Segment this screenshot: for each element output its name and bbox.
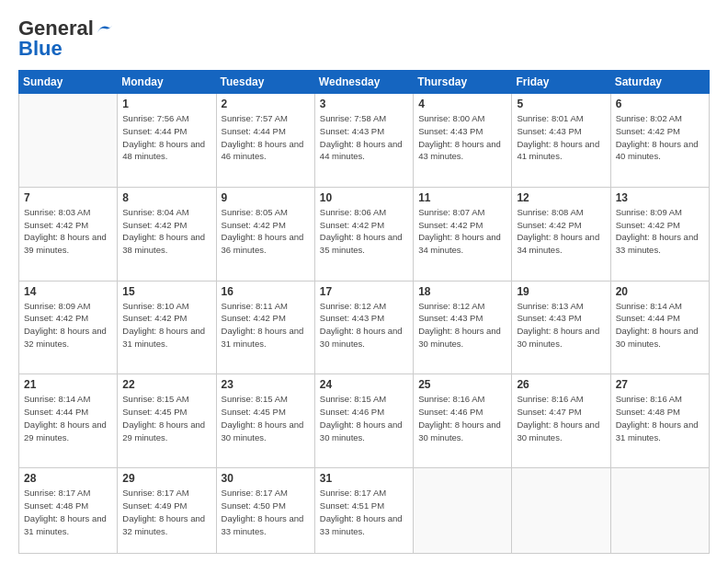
day-number: 1 [122,98,210,110]
day-info: Sunrise: 8:10 AMSunset: 4:42 PMDaylight:… [122,300,210,350]
day-number: 27 [616,378,704,391]
calendar-cell: 27Sunrise: 8:16 AMSunset: 4:48 PMDayligh… [610,374,709,468]
day-info: Sunrise: 8:14 AMSunset: 4:44 PMDaylight:… [616,300,704,350]
calendar-cell: 8Sunrise: 8:04 AMSunset: 4:42 PMDaylight… [118,187,216,281]
day-number: 14 [24,285,112,298]
calendar-cell: 24Sunrise: 8:15 AMSunset: 4:46 PMDayligh… [314,374,413,468]
calendar-cell: 29Sunrise: 8:17 AMSunset: 4:49 PMDayligh… [118,468,216,554]
calendar-cell [414,468,512,554]
day-number: 13 [616,191,704,204]
day-info: Sunrise: 8:02 AMSunset: 4:42 PMDaylight:… [616,112,704,163]
calendar-cell: 14Sunrise: 8:09 AMSunset: 4:42 PMDayligh… [19,281,118,374]
day-number: 20 [616,285,704,298]
weekday-monday: Monday [118,71,216,94]
calendar-cell: 23Sunrise: 8:15 AMSunset: 4:45 PMDayligh… [216,374,314,468]
weekday-sunday: Sunday [19,71,118,94]
day-number: 2 [222,98,310,110]
day-number: 28 [24,472,112,485]
calendar-cell: 9Sunrise: 8:05 AMSunset: 4:42 PMDaylight… [216,187,314,281]
calendar-cell: 2Sunrise: 7:57 AMSunset: 4:44 PMDaylight… [216,94,314,188]
day-info: Sunrise: 8:01 AMSunset: 4:43 PMDaylight:… [517,112,605,163]
calendar-cell: 17Sunrise: 8:12 AMSunset: 4:43 PMDayligh… [314,281,413,374]
day-info: Sunrise: 8:14 AMSunset: 4:44 PMDaylight:… [24,393,112,443]
calendar-cell: 30Sunrise: 8:17 AMSunset: 4:50 PMDayligh… [216,468,314,554]
day-number: 31 [320,472,408,485]
day-info: Sunrise: 8:12 AMSunset: 4:43 PMDaylight:… [418,300,506,350]
calendar-cell [610,468,709,554]
calendar-cell: 25Sunrise: 8:16 AMSunset: 4:46 PMDayligh… [414,374,512,468]
calendar-table: SundayMondayTuesdayWednesdayThursdayFrid… [18,70,710,554]
day-number: 30 [222,472,310,485]
day-info: Sunrise: 8:13 AMSunset: 4:43 PMDaylight:… [517,300,605,350]
calendar-cell [512,468,610,554]
calendar-cell: 20Sunrise: 8:14 AMSunset: 4:44 PMDayligh… [610,281,709,374]
day-number: 6 [616,98,704,110]
day-number: 24 [320,378,408,391]
day-number: 15 [122,285,210,298]
day-info: Sunrise: 8:08 AMSunset: 4:42 PMDaylight:… [517,206,605,257]
calendar-cell: 1Sunrise: 7:56 AMSunset: 4:44 PMDaylight… [118,94,216,188]
day-number: 12 [517,191,605,204]
day-number: 22 [122,378,210,391]
day-number: 7 [24,191,112,204]
calendar-cell: 31Sunrise: 8:17 AMSunset: 4:51 PMDayligh… [314,468,413,554]
day-number: 3 [320,98,408,110]
week-row-1: 1Sunrise: 7:56 AMSunset: 4:44 PMDaylight… [19,94,710,188]
day-number: 19 [517,285,605,298]
day-info: Sunrise: 8:03 AMSunset: 4:42 PMDaylight:… [24,206,112,257]
day-number: 18 [418,285,506,298]
day-number: 16 [222,285,310,298]
calendar-cell: 22Sunrise: 8:15 AMSunset: 4:45 PMDayligh… [118,374,216,468]
day-info: Sunrise: 8:06 AMSunset: 4:42 PMDaylight:… [320,206,408,257]
day-info: Sunrise: 8:05 AMSunset: 4:42 PMDaylight:… [222,206,310,257]
calendar-cell: 21Sunrise: 8:14 AMSunset: 4:44 PMDayligh… [19,374,118,468]
day-info: Sunrise: 8:16 AMSunset: 4:46 PMDaylight:… [418,393,506,443]
weekday-tuesday: Tuesday [216,71,314,94]
calendar-cell: 4Sunrise: 8:00 AMSunset: 4:43 PMDaylight… [414,94,512,188]
weekday-header-row: SundayMondayTuesdayWednesdayThursdayFrid… [19,71,710,94]
week-row-2: 7Sunrise: 8:03 AMSunset: 4:42 PMDaylight… [19,187,710,281]
day-info: Sunrise: 8:09 AMSunset: 4:42 PMDaylight:… [616,206,704,257]
day-number: 4 [418,98,506,110]
day-number: 9 [222,191,310,204]
calendar-cell: 19Sunrise: 8:13 AMSunset: 4:43 PMDayligh… [512,281,610,374]
calendar-cell: 26Sunrise: 8:16 AMSunset: 4:47 PMDayligh… [512,374,610,468]
day-info: Sunrise: 8:17 AMSunset: 4:51 PMDaylight:… [320,487,408,537]
calendar-cell: 15Sunrise: 8:10 AMSunset: 4:42 PMDayligh… [118,281,216,374]
day-number: 29 [122,472,210,485]
day-info: Sunrise: 8:17 AMSunset: 4:50 PMDaylight:… [222,487,310,537]
calendar-cell: 13Sunrise: 8:09 AMSunset: 4:42 PMDayligh… [610,187,709,281]
day-info: Sunrise: 8:17 AMSunset: 4:49 PMDaylight:… [122,487,210,537]
calendar-cell: 3Sunrise: 7:58 AMSunset: 4:43 PMDaylight… [314,94,413,188]
day-number: 17 [320,285,408,298]
day-info: Sunrise: 8:15 AMSunset: 4:45 PMDaylight:… [222,393,310,443]
day-number: 10 [320,191,408,204]
calendar-cell: 11Sunrise: 8:07 AMSunset: 4:42 PMDayligh… [414,187,512,281]
day-number: 26 [517,378,605,391]
logo: General Blue [18,17,112,61]
day-info: Sunrise: 8:16 AMSunset: 4:48 PMDaylight:… [616,393,704,443]
day-number: 25 [418,378,506,391]
day-info: Sunrise: 8:17 AMSunset: 4:48 PMDaylight:… [24,487,112,537]
weekday-friday: Friday [512,71,610,94]
day-info: Sunrise: 8:09 AMSunset: 4:42 PMDaylight:… [24,300,112,350]
week-row-5: 28Sunrise: 8:17 AMSunset: 4:48 PMDayligh… [19,468,710,554]
calendar-cell: 12Sunrise: 8:08 AMSunset: 4:42 PMDayligh… [512,187,610,281]
logo-bird-icon [96,22,112,35]
day-info: Sunrise: 8:15 AMSunset: 4:46 PMDaylight:… [320,393,408,443]
logo-blue: Blue [18,37,63,61]
calendar-cell: 10Sunrise: 8:06 AMSunset: 4:42 PMDayligh… [314,187,413,281]
weekday-saturday: Saturday [610,71,709,94]
day-info: Sunrise: 8:15 AMSunset: 4:45 PMDaylight:… [122,393,210,443]
calendar-cell: 28Sunrise: 8:17 AMSunset: 4:48 PMDayligh… [19,468,118,554]
calendar-cell: 16Sunrise: 8:11 AMSunset: 4:42 PMDayligh… [216,281,314,374]
day-info: Sunrise: 8:16 AMSunset: 4:47 PMDaylight:… [517,393,605,443]
week-row-4: 21Sunrise: 8:14 AMSunset: 4:44 PMDayligh… [19,374,710,468]
day-info: Sunrise: 8:11 AMSunset: 4:42 PMDaylight:… [222,300,310,350]
page: General Blue SundayMondayTuesdayWednesda… [0,0,728,563]
calendar-cell: 7Sunrise: 8:03 AMSunset: 4:42 PMDaylight… [19,187,118,281]
day-info: Sunrise: 7:56 AMSunset: 4:44 PMDaylight:… [122,112,210,163]
day-info: Sunrise: 8:00 AMSunset: 4:43 PMDaylight:… [418,112,506,163]
day-info: Sunrise: 8:07 AMSunset: 4:42 PMDaylight:… [418,206,506,257]
week-row-3: 14Sunrise: 8:09 AMSunset: 4:42 PMDayligh… [19,281,710,374]
